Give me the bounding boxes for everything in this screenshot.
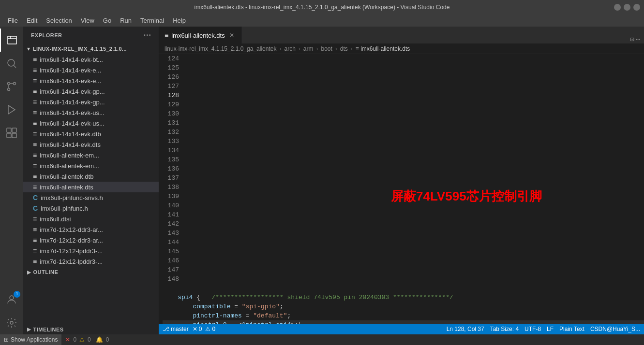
filename: imx6ull-14x14-evk-e... <box>40 77 101 85</box>
sidebar: EXPLORER ⋯ ▾ LINUX-IMX-REL_IMX_4.1.15_2.… <box>23 27 159 334</box>
filename: imx6ull-14x14-evk-bt... <box>40 56 103 63</box>
extra-info: CSDN@HuaYi_S... <box>590 326 640 332</box>
list-item[interactable]: ≡ imx6ull-14x14-evk-e... <box>23 75 159 86</box>
warning-triangle-icon: ⚠ <box>79 336 85 343</box>
code-area[interactable]: spi4 { /****************** shield 74lv59… <box>159 284 644 324</box>
maximize-button[interactable] <box>624 4 630 11</box>
list-item[interactable]: C imx6ull-pinfunc-snvs.h <box>23 192 159 203</box>
svg-rect-8 <box>7 133 11 138</box>
breadcrumb-part[interactable]: boot <box>321 45 332 52</box>
menu-terminal[interactable]: Terminal <box>136 16 168 25</box>
menu-run[interactable]: Run <box>116 16 135 25</box>
cursor-position[interactable]: Ln 128, Col 37 <box>447 326 484 332</box>
list-item[interactable]: ≡ imx6ull-alientek-em... <box>23 150 159 160</box>
list-item[interactable]: ≡ imx7d-12x12-lpddr3-... <box>23 245 159 256</box>
explorer-icon[interactable] <box>0 29 23 52</box>
error-num: 0 <box>199 326 202 332</box>
file-icon: ≡ <box>33 236 37 244</box>
svg-marker-5 <box>8 105 15 114</box>
list-item[interactable]: ≡ imx6ull-14x14-evk-gp... <box>23 86 159 97</box>
split-editor-icon[interactable]: ⊡ <box>630 35 634 43</box>
list-item[interactable]: ≡ imx7d-12x12-lpddr3-... <box>23 256 159 267</box>
minimize-button[interactable] <box>614 4 621 11</box>
status-left: ⎇ master ✕ 0 ⚠ 0 <box>163 326 215 332</box>
error-icon: ✕ <box>193 326 197 332</box>
svg-point-3 <box>14 83 16 85</box>
encoding[interactable]: UTF-8 <box>524 326 541 332</box>
breadcrumb-part[interactable]: linux-imx-rel_imx_4.1.15_2.1.0_ga_alient… <box>165 45 276 52</box>
extensions-icon[interactable] <box>0 121 23 144</box>
line-ending[interactable]: LF <box>547 326 554 332</box>
new-file-icon[interactable]: ⋯ <box>143 30 151 40</box>
breadcrumb-part[interactable]: dts <box>340 45 348 52</box>
timelines-arrow: ▶ <box>27 327 31 332</box>
tab-size[interactable]: Tab Size: 4 <box>490 326 519 332</box>
bottom-status: ✕ 0 ⚠ 0 🔔 0 <box>61 336 113 343</box>
menu-bar: File Edit Selection View Go Run Terminal… <box>0 14 644 27</box>
git-branch[interactable]: ⎇ master <box>163 326 189 332</box>
bottom-error-count: 0 <box>73 336 76 343</box>
filename: imx7d-12x12-ddr3-ar... <box>40 237 103 244</box>
source-control-icon[interactable] <box>0 75 23 98</box>
timelines-header[interactable]: ▶ TIMELINES <box>23 324 159 334</box>
file-icon: ≡ <box>33 141 37 148</box>
close-button[interactable] <box>633 4 640 11</box>
show-applications-label: Show Applications <box>11 336 58 343</box>
error-count[interactable]: ✕ 0 ⚠ 0 <box>193 326 215 332</box>
tab-file-icon: ≡ <box>165 31 168 39</box>
outline-header[interactable]: ▶ OUTLINE <box>23 267 159 277</box>
list-item[interactable]: ≡ imx6ull-14x14-evk-us... <box>23 118 159 129</box>
show-applications-button[interactable]: ⊞ Show Applications <box>0 334 61 345</box>
file-icon: ≡ <box>33 56 37 63</box>
main-area: 1 EXPLORER ⋯ ▾ LINUX-IMX-REL_IMX_4.1.15_… <box>0 27 644 334</box>
bottom-warning-count: 0 <box>88 336 91 343</box>
list-item[interactable]: ≡ imx6ull-14x14-evk-bt... <box>23 54 159 65</box>
tab-close-button[interactable]: ✕ <box>228 31 236 39</box>
filename: imx6ull-alientek-em... <box>40 162 99 170</box>
active-file-item[interactable]: ≡ imx6ull-alientek.dts <box>23 182 159 192</box>
svg-point-2 <box>8 83 10 85</box>
list-item[interactable]: ≡ imx6ull-14x14-evk-e... <box>23 65 159 75</box>
tab-imx6ull-alientek-dts[interactable]: ≡ imx6ull-alientek.dts ✕ <box>159 27 242 43</box>
search-icon[interactable] <box>0 52 23 75</box>
breadcrumb-part[interactable]: arch <box>284 45 295 52</box>
file-tree: ▾ LINUX-IMX-REL_IMX_4.1.15_2.1.0... ≡ im… <box>23 43 159 324</box>
outline-arrow: ▶ <box>27 270 31 275</box>
sidebar-header: EXPLORER ⋯ <box>23 27 159 43</box>
account-icon[interactable]: 1 <box>0 288 23 311</box>
list-item[interactable]: ≡ imx6ull-14x14-evk.dts <box>23 139 159 150</box>
breadcrumb-part[interactable]: arm <box>303 45 314 52</box>
breadcrumb-part[interactable]: ≡ imx6ull-alientek.dts <box>356 45 410 52</box>
list-item[interactable]: ≡ imx6ull-14x14-evk-gp... <box>23 97 159 107</box>
list-item[interactable]: ≡ imx6ull-14x14-evk.dtb <box>23 129 159 139</box>
title-text: imx6ull-alientek.dts - linux-imx-rel_imx… <box>195 4 450 11</box>
menu-go[interactable]: Go <box>99 16 115 25</box>
list-item[interactable]: ≡ imx7d-12x12-ddr3-ar... <box>23 224 159 235</box>
run-debug-icon[interactable] <box>0 98 23 121</box>
menu-view[interactable]: View <box>77 16 98 25</box>
filename: imx6ull-14x14-evk.dts <box>40 141 101 148</box>
menu-selection[interactable]: Selection <box>42 16 75 25</box>
list-item[interactable]: ≡ imx7d-12x12-ddr3-ar... <box>23 235 159 245</box>
warning-icon: ⚠ <box>205 326 210 332</box>
list-item[interactable]: ≡ imx6ull-alientek.dtb <box>23 171 159 182</box>
file-icon: ≡ <box>33 109 37 116</box>
file-icon: ≡ <box>33 66 37 74</box>
filename: imx6ull-alientek.dts <box>40 184 93 191</box>
menu-file[interactable]: File <box>4 16 22 25</box>
menu-edit[interactable]: Edit <box>23 16 41 25</box>
settings-icon[interactable] <box>0 311 23 334</box>
timelines-label: TIMELINES <box>33 327 64 332</box>
list-item[interactable]: ≡ imx6ull-alientek-em... <box>23 160 159 171</box>
more-actions-icon[interactable]: ⋯ <box>636 35 640 43</box>
file-icon: ≡ <box>33 183 37 191</box>
list-item[interactable]: ≡ imx6ull-14x14-evk-us... <box>23 107 159 118</box>
line-numbers: 124 125 126 127 128 129 130 131 132 133 … <box>159 54 183 284</box>
list-item[interactable]: C imx6ull-pinfunc.h <box>23 203 159 214</box>
list-item[interactable]: ≡ imx6ull.dtsi <box>23 214 159 224</box>
menu-help[interactable]: Help <box>169 16 190 25</box>
root-folder[interactable]: ▾ LINUX-IMX-REL_IMX_4.1.15_2.1.0... <box>23 43 159 54</box>
window-controls <box>614 4 640 11</box>
editor-area: 124 125 126 127 128 129 130 131 132 133 … <box>159 54 644 324</box>
language-mode[interactable]: Plain Text <box>559 326 584 332</box>
